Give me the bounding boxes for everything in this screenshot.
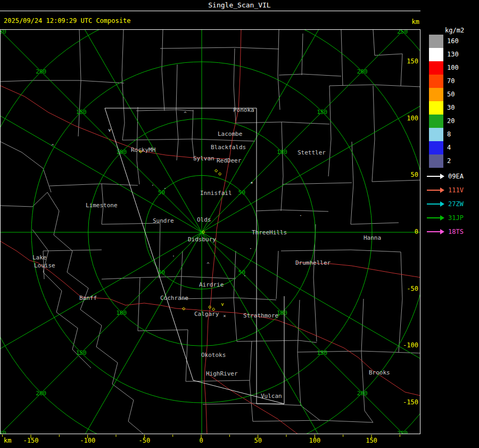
point-marker: ·: [151, 183, 154, 188]
radar-site-legend: 09EA111V27ZW31JP18TS: [427, 169, 464, 239]
range-ring-label: 100: [116, 149, 127, 155]
city-label: Ponoka: [233, 107, 254, 113]
point-marker: ·: [172, 254, 175, 259]
city-label: Louise: [34, 263, 55, 268]
storm-cell-marker: ◇: [182, 306, 185, 311]
y-axis-unit-label: km: [404, 18, 419, 26]
city-label: RockyMH: [131, 147, 155, 153]
city-label: Strathmore: [243, 313, 278, 319]
storm-cell-marker: ◇: [208, 304, 211, 309]
point-marker: ·: [243, 274, 246, 279]
city-label: Airdrie: [199, 282, 224, 288]
scale-swatch-50: [429, 88, 443, 101]
radar-site-id: 09EA: [448, 173, 464, 180]
range-ring-label: 150: [76, 350, 87, 356]
point-marker: ·: [299, 214, 302, 218]
storm-cell-marker: ◇: [139, 149, 142, 154]
radar-site-09EA: 09EA: [427, 169, 464, 183]
scale-swatch-4: [429, 141, 443, 154]
range-ring-label: 250: [397, 430, 408, 434]
scale-swatch-8: [429, 128, 443, 141]
city-label: Limestone: [86, 202, 118, 208]
window-title: Single_Scan_VIL: [208, 1, 270, 9]
y-axis-tick-label: 0: [396, 228, 418, 235]
range-ring-label: 150: [76, 109, 87, 115]
scale-value: 160: [447, 35, 459, 48]
window-titlebar: Single_Scan_VIL: [0, 0, 479, 11]
color-scale-values: 16013010070503020842: [447, 35, 459, 168]
radar-site-111V: 111V: [427, 183, 464, 197]
radar-site-18TS: 18TS: [427, 225, 464, 239]
city-label: Didsbury: [188, 237, 216, 242]
radar-application-window: Single_Scan_VIL 2025/09/24 12:09:29 UTC …: [0, 0, 479, 448]
radar-arrow-icon: [427, 201, 445, 207]
storm-cell-marker: ◇: [214, 168, 218, 173]
range-ring-label: 250: [0, 29, 6, 34]
scale-value: 2: [447, 154, 459, 168]
scale-swatch-160: [429, 35, 443, 48]
scan-timestamp: 2025/09/24 12:09:29 UTC Composite: [4, 17, 130, 25]
city-label: Sylvan: [193, 156, 214, 161]
map-label-layer: 5050505010010010010015015015015020020020…: [1, 30, 420, 434]
radar-site-31JP: 31JP: [427, 211, 464, 225]
radar-display[interactable]: 5050505010010010010015015015015020020020…: [0, 29, 420, 434]
range-ring-label: 200: [357, 69, 368, 75]
city-label: Calgary: [194, 311, 219, 317]
x-axis-tick-label: 0: [199, 437, 203, 444]
radar-arrow-icon: [427, 229, 445, 234]
storm-cell-marker: ◇: [212, 306, 215, 312]
point-marker: *: [250, 182, 253, 186]
radar-arrow-icon: [427, 174, 445, 179]
point-marker: ·: [249, 247, 252, 251]
point-marker: ·: [163, 186, 166, 191]
scale-unit-label: kg/m2: [445, 27, 464, 34]
city-label: Lacombe: [218, 131, 242, 137]
range-ring-label: 200: [36, 69, 46, 75]
radar-arrow-icon: [427, 188, 445, 193]
y-axis-tick-label: -100: [396, 341, 418, 349]
city-label: HighRiver: [206, 371, 238, 377]
range-ring-label: 250: [397, 29, 408, 34]
range-ring-label: 200: [357, 390, 368, 396]
radar-arrow-icon: [427, 215, 445, 221]
range-ring-label: 150: [317, 350, 327, 356]
x-axis-tick-label: -50: [138, 437, 150, 444]
scale-swatch-130: [429, 48, 443, 61]
radar-site-id: 18TS: [448, 228, 464, 235]
point-marker: ^: [51, 144, 54, 149]
scale-value: 100: [447, 61, 459, 75]
range-ring-label: 50: [238, 189, 245, 195]
scale-swatch-30: [429, 101, 443, 115]
radar-site-id: 111V: [448, 186, 464, 194]
scale-value: 70: [447, 75, 459, 88]
storm-cell-marker: ◇: [202, 229, 205, 234]
city-label: Lake: [32, 255, 47, 260]
city-label: Brooks: [369, 370, 390, 376]
city-label: Stettler: [298, 150, 326, 156]
scale-value: 4: [447, 141, 459, 154]
y-axis-tick-label: -50: [396, 285, 418, 292]
range-ring-label: 50: [158, 270, 165, 275]
city-label: Hanna: [364, 235, 381, 241]
point-marker: ×: [223, 314, 226, 319]
x-axis-tick-label: -100: [80, 437, 95, 444]
y-axis-tick-label: 150: [396, 58, 418, 65]
color-scale: [429, 35, 443, 168]
scale-swatch-100: [429, 61, 443, 75]
point-marker: ^: [184, 111, 186, 116]
scale-value: 30: [447, 101, 459, 115]
point-marker: ^: [207, 262, 209, 267]
x-axis-tick-label: 150: [366, 437, 377, 444]
city-label: Olds: [197, 217, 211, 223]
radar-site-id: 27ZW: [448, 200, 464, 208]
x-axis-tick-label: 50: [254, 437, 261, 444]
x-axis: km -150-100-50050100150: [0, 437, 420, 445]
city-label: Okotoks: [201, 352, 226, 358]
city-label: Innisfail: [200, 190, 232, 196]
city-label: Drumheller: [295, 260, 331, 266]
x-axis-tick-label: -150: [23, 437, 39, 444]
scale-swatch-70: [429, 75, 443, 88]
scale-value: 20: [447, 115, 459, 128]
x-axis-tick-label: 100: [309, 437, 320, 444]
point-marker: v: [108, 128, 111, 133]
